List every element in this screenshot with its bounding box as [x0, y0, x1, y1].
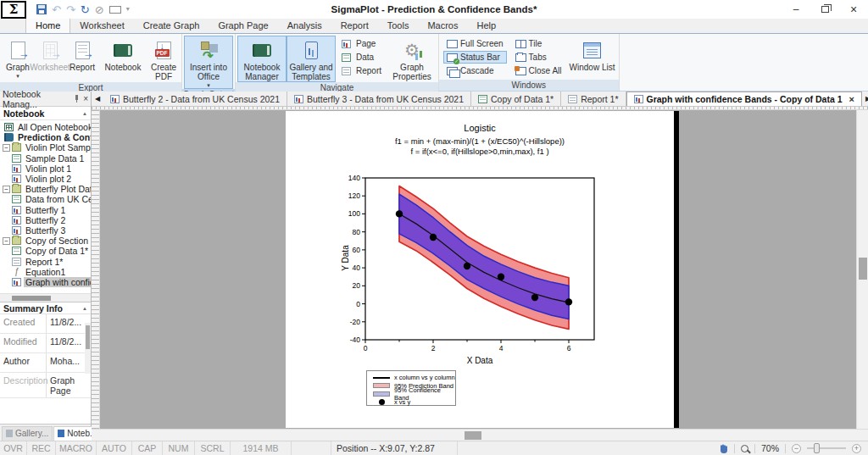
scrollbar-thumb[interactable]: [465, 431, 481, 440]
summary-row-description[interactable]: DescriptionGraph Page: [0, 373, 91, 398]
scrollbar-thumb[interactable]: [12, 296, 51, 301]
tab-scroll-right-icon[interactable]: ▶: [862, 92, 868, 106]
x-axis-label[interactable]: X Data: [286, 356, 674, 365]
tree-item-butterfly-2[interactable]: Butterfly 2: [0, 215, 91, 225]
menu-tab-analysis[interactable]: Analysis: [278, 19, 331, 33]
status-indicator-num[interactable]: NUM: [163, 441, 195, 455]
save-icon[interactable]: [36, 4, 47, 14]
menu-tab-tools[interactable]: Tools: [378, 19, 419, 33]
panel-close-icon[interactable]: ×: [83, 94, 88, 103]
tree-expander-icon[interactable]: −: [3, 144, 10, 152]
status-indicator-ovr[interactable]: OVR: [0, 441, 27, 455]
collapse-icon[interactable]: ▲: [82, 111, 87, 116]
summary-scrollbar[interactable]: [85, 323, 91, 374]
tab-close-icon[interactable]: ×: [849, 94, 854, 104]
status-indicator-macro[interactable]: MACRO: [56, 441, 97, 455]
close-all-button[interactable]: Close All: [512, 64, 565, 77]
create-pdf-button[interactable]: Create PDF: [147, 36, 180, 82]
window-list-button[interactable]: Window List: [568, 36, 617, 80]
scrollbar-thumb[interactable]: [859, 258, 867, 280]
customize-toolbar-icon[interactable]: ▾: [126, 6, 130, 13]
export-notebook-button[interactable]: Notebook: [98, 36, 147, 82]
tree-item-copy-of-data-1-[interactable]: Copy of Data 1*: [0, 246, 91, 256]
close-button[interactable]: ×: [839, 0, 868, 19]
export-graph-button[interactable]: Graph ▾: [2, 36, 34, 82]
tree-item-graph-with-confid[interactable]: Graph with confid: [0, 277, 91, 287]
doc-tab-graph-with-confidence-bands-copy-of-data[interactable]: Graph with confidence Bands - Copy of Da…: [626, 92, 862, 106]
cascade-button[interactable]: Cascade: [443, 64, 507, 77]
collapse-icon[interactable]: ▲: [82, 306, 87, 311]
y-axis-label[interactable]: Y Data: [341, 233, 350, 284]
zoom-tool-icon[interactable]: [741, 445, 748, 452]
zoom-slider[interactable]: [807, 447, 846, 449]
menu-tab-report[interactable]: Report: [331, 19, 378, 33]
cancel-icon[interactable]: ⊘: [95, 4, 104, 15]
export-report-button[interactable]: Report: [66, 36, 98, 82]
tree-item-report-1-[interactable]: Report 1*: [0, 256, 91, 266]
menu-tab-worksheet[interactable]: Worksheet: [70, 19, 133, 33]
legend-box[interactable]: x column vs y column95% Prediction Band9…: [366, 370, 456, 406]
full-screen-button[interactable]: Full Screen: [443, 37, 507, 50]
navigate-page-button[interactable]: Page: [338, 37, 385, 50]
navigate-report-button[interactable]: Report: [338, 64, 385, 77]
gallery-templates-button[interactable]: Gallery and Templates: [287, 36, 336, 82]
notebook-manager-button[interactable]: Notebook Manager: [237, 36, 287, 82]
tree-item-sample-data-1[interactable]: Sample Data 1: [0, 153, 91, 164]
tree-expander-icon[interactable]: −: [3, 237, 10, 245]
restore-button[interactable]: [810, 0, 839, 19]
tile-button[interactable]: Tile: [512, 37, 565, 50]
tree-item-copy-of-section-1[interactable]: −Copy of Section 1: [0, 236, 91, 246]
document-area: ◀Butterfly 2 - Data from UK Census 2021B…: [92, 92, 868, 441]
status-indicator-cap[interactable]: CAP: [132, 441, 163, 455]
undo-icon[interactable]: ↶: [52, 4, 61, 15]
tab-scroll-left-icon[interactable]: ◀: [92, 92, 103, 106]
vertical-scrollbar[interactable]: [856, 110, 868, 429]
summary-row-created[interactable]: Created11/8/2...: [0, 314, 91, 334]
zoom-in-icon[interactable]: +: [852, 444, 861, 453]
status-indicator-auto[interactable]: AUTO: [97, 441, 132, 455]
navigate-data-button[interactable]: Data: [338, 51, 385, 64]
menu-tab-macros[interactable]: Macros: [418, 19, 467, 33]
tree-item-violin-plot-sample-d[interactable]: −Violin Plot Sample D: [0, 142, 91, 153]
tree-horizontal-scrollbar[interactable]: [0, 293, 91, 302]
zoom-out-icon[interactable]: −: [792, 444, 801, 453]
tree-item-prediction-confide[interactable]: Prediction & Confide: [0, 132, 91, 142]
graph-page[interactable]: Logistic f1 = min + (max-min)/(1 + (x/EC…: [286, 111, 674, 428]
refresh-icon[interactable]: ↻: [81, 4, 90, 15]
status-indicator-rec[interactable]: REC: [27, 441, 56, 455]
zoom-slider-thumb[interactable]: [814, 443, 820, 453]
redo-icon[interactable]: ↷: [66, 4, 75, 15]
status-indicator-scrl[interactable]: SCRL: [195, 441, 231, 455]
horizontal-scrollbar[interactable]: [92, 429, 868, 441]
tree-expander-icon[interactable]: −: [3, 186, 10, 193]
doc-tab-report-1-[interactable]: Report 1*: [561, 92, 626, 106]
minimize-button[interactable]: –: [782, 0, 810, 19]
doc-tab-butterfly-2-data-from-uk-census-2021[interactable]: Butterfly 2 - Data from UK Census 2021: [103, 92, 287, 106]
doc-tab-copy-of-data-1-[interactable]: Copy of Data 1*: [471, 92, 561, 106]
tree-item-all-open-notebooks[interactable]: All Open Notebooks: [0, 122, 91, 132]
scrollbar-thumb[interactable]: [86, 325, 90, 349]
tree-item-butterfly-plot-data-1[interactable]: −Butterfly Plot Data 1: [0, 184, 91, 194]
pan-hand-icon[interactable]: [718, 443, 728, 454]
tree-item-butterfly-3[interactable]: Butterfly 3: [0, 225, 91, 236]
tree-item-violin-plot-1[interactable]: Violin plot 1: [0, 164, 91, 174]
svg-text:80: 80: [353, 228, 361, 236]
summary-row-modified[interactable]: Modified11/8/2...: [0, 334, 91, 353]
tree-item-butterfly-1[interactable]: Butterfly 1: [0, 205, 91, 215]
graph-properties-button[interactable]: ⚙ Graph Properties: [387, 36, 437, 82]
status-bar-button[interactable]: Status Bar: [443, 51, 507, 64]
tree-item-violin-plot-2[interactable]: Violin plot 2: [0, 174, 91, 184]
window-mode-icon[interactable]: [109, 6, 121, 14]
insert-into-office-button[interactable]: Insert into Office ▾: [184, 36, 233, 89]
menu-tab-create-graph[interactable]: Create Graph: [134, 19, 209, 33]
tree-item-data-from-uk-cen[interactable]: Data from UK Cen: [0, 194, 91, 204]
tree-item-equation1[interactable]: ƒEquation1: [0, 267, 91, 277]
doc-tab-butterfly-3-data-from-uk-census-2021[interactable]: Butterfly 3 - Data from UK Census 2021: [287, 92, 471, 106]
tabs-button[interactable]: Tabs: [512, 51, 565, 64]
pin-icon[interactable]: [73, 95, 80, 103]
summary-row-author[interactable]: AuthorMoha...: [0, 353, 91, 373]
menu-tab-graph-page[interactable]: Graph Page: [209, 19, 277, 33]
panel-tab-gallery[interactable]: Gallery...: [2, 426, 53, 441]
menu-tab-home[interactable]: Home: [25, 18, 70, 33]
menu-tab-help[interactable]: Help: [467, 19, 505, 33]
